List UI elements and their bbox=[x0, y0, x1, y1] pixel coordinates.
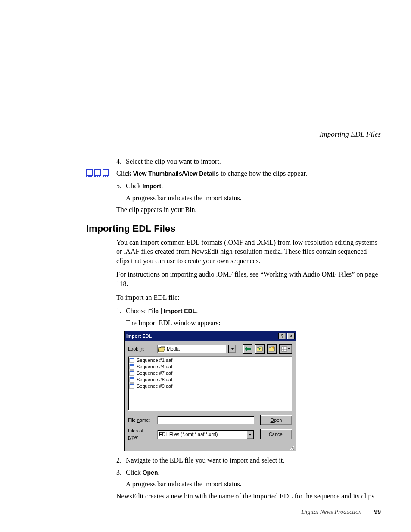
step-5-post: . bbox=[161, 182, 163, 190]
intro-p2: For instructions on importing audio .OMF… bbox=[116, 270, 381, 288]
open-u: O bbox=[271, 417, 274, 423]
filetype-dropdown[interactable]: EDL Files (*.omf;*.aaf;*.xml) bbox=[157, 430, 254, 439]
dialog-title: Import EDL bbox=[126, 333, 152, 339]
main-step-1: 1. Choose File | Import EDL. bbox=[116, 306, 381, 316]
back-button[interactable] bbox=[243, 344, 252, 354]
file-list[interactable]: Sequence #1.aaf Sequence #4.aaf Sequence… bbox=[128, 356, 292, 411]
cancel-label: Cancel bbox=[269, 431, 283, 438]
tip-prefix: Click bbox=[116, 170, 133, 177]
main-step-2-number: 2. bbox=[116, 456, 124, 465]
folder-new-icon bbox=[269, 346, 275, 352]
main-step-3-pre: Click bbox=[126, 469, 143, 476]
cancel-button[interactable]: Cancel bbox=[260, 429, 292, 439]
main-step-3-number: 3. bbox=[116, 468, 124, 477]
intro-p1: You can import common EDL formats (.OMF … bbox=[116, 238, 381, 266]
filetype-dropdown-arrow[interactable] bbox=[246, 430, 254, 439]
filename-label-post: ame: bbox=[140, 417, 150, 423]
look-in-dropdown-arrow[interactable] bbox=[228, 345, 236, 353]
view-tip-icons bbox=[86, 169, 116, 176]
step-4-number: 4. bbox=[116, 157, 124, 166]
file-name: Sequence #7.aaf bbox=[137, 370, 172, 376]
main-step-2-text: Navigate to the EDL file you want to imp… bbox=[126, 457, 284, 464]
svg-rect-25 bbox=[130, 384, 134, 385]
file-name: Sequence #8.aaf bbox=[137, 376, 172, 383]
thumbnail-icon bbox=[94, 169, 101, 176]
main-step-1-pre: Choose bbox=[126, 307, 148, 314]
close-button[interactable]: × bbox=[287, 333, 295, 339]
svg-marker-1 bbox=[158, 348, 165, 352]
document-icon bbox=[129, 383, 136, 389]
footer-label: Digital News Production bbox=[301, 509, 361, 515]
filetype-label: Files of type: bbox=[128, 428, 155, 441]
thumbnail-icon bbox=[86, 169, 93, 176]
svg-rect-23 bbox=[130, 377, 134, 379]
file-item[interactable]: Sequence #8.aaf bbox=[129, 376, 291, 383]
resize-grip[interactable] bbox=[125, 445, 296, 451]
filename-label-pre: File bbox=[128, 417, 137, 423]
document-icon bbox=[129, 377, 136, 383]
new-folder-button[interactable] bbox=[267, 344, 277, 354]
svg-rect-19 bbox=[130, 364, 134, 366]
step-5-number: 5. bbox=[116, 181, 124, 191]
file-item[interactable]: Sequence #4.aaf bbox=[129, 364, 291, 370]
main-step-1-post: . bbox=[196, 307, 198, 314]
help-button[interactable]: ? bbox=[278, 333, 286, 339]
step-5-pre: Click bbox=[126, 182, 143, 190]
view-menu-button[interactable] bbox=[279, 344, 292, 354]
chevron-down-icon bbox=[249, 434, 252, 436]
import-edl-dialog: Import EDL ? × Look in: Media bbox=[124, 331, 296, 451]
file-item[interactable]: Sequence #7.aaf bbox=[129, 370, 291, 376]
open-rest: pen bbox=[274, 417, 282, 423]
filetype-label-pre: Files of bbox=[128, 428, 143, 433]
svg-line-32 bbox=[294, 449, 294, 450]
folder-up-icon bbox=[257, 346, 263, 352]
step-5: 5. Click Import. bbox=[116, 181, 381, 191]
tip-suffix: to change how the clips appear. bbox=[219, 170, 307, 177]
step-4: 4. Select the clip you want to import. bbox=[116, 157, 381, 166]
file-item[interactable]: Sequence #1.aaf bbox=[129, 357, 291, 364]
step-4-text: Select the clip you want to import. bbox=[126, 158, 221, 165]
view-list-icon bbox=[281, 346, 290, 352]
main-step-1-number: 1. bbox=[116, 306, 124, 316]
file-item[interactable]: Sequence #9.aaf bbox=[129, 383, 291, 389]
running-head: Importing EDL Files bbox=[30, 130, 381, 140]
up-one-level-button[interactable] bbox=[255, 344, 265, 354]
look-in-label: Look in: bbox=[128, 346, 155, 352]
svg-marker-15 bbox=[288, 348, 290, 350]
main-step-1-sub: The Import EDL window appears: bbox=[126, 318, 381, 328]
filename-input[interactable] bbox=[157, 416, 254, 424]
top-end: The clip appears in your Bin. bbox=[116, 205, 381, 215]
svg-rect-11 bbox=[282, 347, 287, 351]
footer-page-number: 99 bbox=[374, 508, 381, 515]
dialog-titlebar[interactable]: Import EDL ? × bbox=[125, 331, 296, 341]
step-5-sub: A progress bar indicates the import stat… bbox=[126, 193, 381, 203]
svg-marker-2 bbox=[231, 348, 234, 350]
chevron-down-icon bbox=[231, 348, 234, 350]
file-name: Sequence #9.aaf bbox=[137, 383, 172, 389]
document-icon bbox=[129, 364, 136, 370]
section-heading: Importing EDL Files bbox=[86, 222, 381, 235]
main-step-1-bold: File | Import EDL bbox=[148, 308, 196, 314]
filetype-label-post: ype: bbox=[129, 435, 138, 440]
step-5-bold: Import bbox=[143, 183, 162, 190]
main-step-2: 2. Navigate to the EDL file you want to … bbox=[116, 456, 381, 465]
filename-label: File name: bbox=[128, 417, 155, 423]
document-icon bbox=[129, 370, 136, 376]
filetype-value: EDL Files (*.omf;*.aaf;*.xml) bbox=[159, 431, 218, 438]
main-step-3-post: . bbox=[158, 469, 159, 476]
document-icon bbox=[129, 358, 136, 363]
top-rule bbox=[30, 125, 381, 125]
arrow-left-icon bbox=[245, 346, 251, 352]
main-step-3-sub: A progress bar indicates the import stat… bbox=[126, 479, 381, 489]
resize-grip-icon bbox=[289, 444, 295, 450]
svg-marker-3 bbox=[245, 346, 251, 352]
look-in-value: Media bbox=[167, 346, 180, 352]
open-button[interactable]: Open bbox=[260, 415, 292, 425]
look-in-dropdown[interactable]: Media bbox=[157, 345, 226, 353]
thumbnail-icon bbox=[103, 169, 109, 176]
intro-p3: To import an EDL file: bbox=[116, 293, 381, 302]
main-step-3-bold: Open bbox=[143, 469, 158, 476]
file-name: Sequence #1.aaf bbox=[137, 357, 172, 364]
look-in-label-post: n: bbox=[140, 346, 144, 352]
svg-marker-26 bbox=[249, 434, 252, 436]
